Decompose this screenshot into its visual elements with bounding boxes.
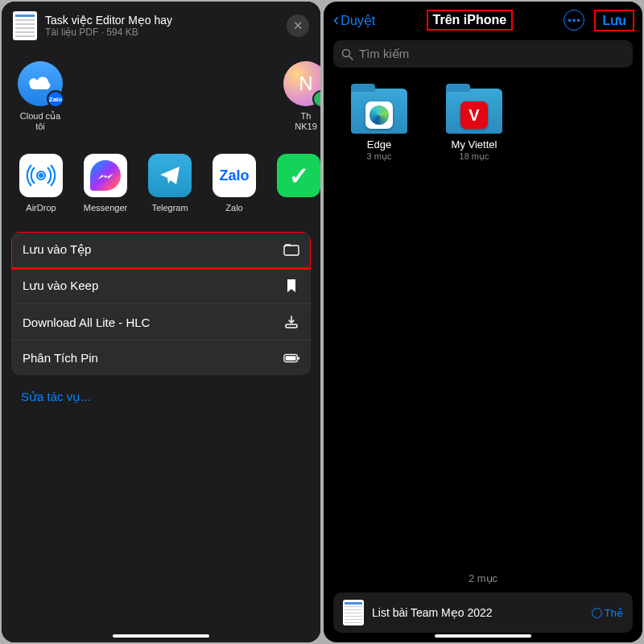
share-sheet-screen: Task việc Editor Mẹo hay Tài liệu PDF · … xyxy=(2,2,320,642)
files-title: Trên iPhone xyxy=(428,11,512,29)
share-targets-row[interactable]: Zalo Cloud của tôi N ThNK19 xyxy=(2,47,320,134)
folder-count: 3 mục xyxy=(367,151,392,162)
item-count: 2 mục xyxy=(324,572,642,584)
home-indicator[interactable] xyxy=(435,634,531,638)
action-label: Phân Tích Pin xyxy=(23,351,98,365)
back-label: Duyệt xyxy=(341,13,375,28)
action-save-to-files[interactable]: Lưu vào Tệp xyxy=(11,232,311,268)
app-label: AirDrop xyxy=(26,203,56,213)
share-target-label: Cloud của tôi xyxy=(16,111,64,131)
telegram-icon xyxy=(148,154,192,197)
share-body: Zalo Cloud của tôi N ThNK19 AirDrop xyxy=(2,47,320,642)
edit-actions-button[interactable]: Sửa tác vụ... xyxy=(2,375,320,419)
folder-icon xyxy=(351,89,407,134)
action-battery-analysis[interactable]: Phân Tích Pin xyxy=(11,341,311,375)
svg-rect-6 xyxy=(298,357,299,360)
tag-circle-icon xyxy=(592,608,602,618)
svg-line-8 xyxy=(349,56,353,60)
share-target-contact[interactable]: N ThNK19 xyxy=(282,61,320,131)
messenger-icon xyxy=(84,154,127,197)
search-placeholder: Tìm kiếm xyxy=(359,47,409,61)
files-header: ‹ Duyệt Trên iPhone ••• Lưu xyxy=(324,2,642,35)
folder-grid: Edge 3 mục V My Viettel 18 mục xyxy=(324,74,642,176)
tag-label: Thẻ xyxy=(605,607,623,619)
folder-viettel[interactable]: V My Viettel 18 mục xyxy=(438,89,510,162)
battery-icon xyxy=(283,353,299,363)
chevron-left-icon: ‹ xyxy=(333,11,339,29)
more-options-button[interactable]: ••• xyxy=(564,10,584,31)
ellipsis-icon: ••• xyxy=(568,14,581,27)
folder-name: Edge xyxy=(367,138,391,151)
folder-icon: V xyxy=(446,89,502,134)
messenger-badge-icon xyxy=(312,90,320,108)
folder-edge[interactable]: Edge 3 mục xyxy=(343,89,415,162)
svg-rect-5 xyxy=(286,356,296,360)
svg-rect-2 xyxy=(284,246,299,255)
action-label: Lưu vào Keep xyxy=(23,279,98,293)
app-label: Zalo xyxy=(225,203,242,213)
folder-icon xyxy=(283,243,299,256)
document-subtitle: Tài liệu PDF · 594 KB xyxy=(45,27,279,38)
share-header: Task việc Editor Mẹo hay Tài liệu PDF · … xyxy=(2,2,320,47)
bookmark-icon xyxy=(283,279,299,293)
zalo-badge-icon: Zalo xyxy=(47,90,64,108)
airdrop-icon xyxy=(19,154,63,197)
svg-point-7 xyxy=(343,49,350,56)
app-label: Messenger xyxy=(84,203,127,213)
document-thumbnail xyxy=(13,11,37,40)
zalo-icon: Zalo xyxy=(213,154,256,197)
home-indicator[interactable] xyxy=(113,634,209,638)
file-name: List bài Team Mẹo 2022 xyxy=(372,606,584,619)
contact-avatar: N xyxy=(283,61,320,106)
search-icon xyxy=(341,48,353,60)
app-messenger[interactable]: Messenger xyxy=(80,154,130,213)
save-button-highlight: Lưu xyxy=(596,11,633,30)
edge-app-icon xyxy=(365,101,393,129)
app-telegram[interactable]: Telegram xyxy=(145,154,195,213)
action-label: Lưu vào Tệp xyxy=(23,242,91,257)
svg-point-1 xyxy=(39,173,43,178)
app-label: Telegram xyxy=(151,203,188,213)
folder-count: 18 mục xyxy=(460,151,489,162)
share-apps-row[interactable]: AirDrop Messenger Telegram Zalo Zalo ✓ xyxy=(2,134,320,216)
close-button[interactable]: ✕ xyxy=(287,14,309,37)
document-title: Task việc Editor Mẹo hay xyxy=(45,14,279,27)
files-screen: ‹ Duyệt Trên iPhone ••• Lưu Tìm kiếm xyxy=(324,2,642,642)
file-thumbnail xyxy=(343,600,364,625)
download-icon xyxy=(283,315,299,329)
share-target-cloud[interactable]: Zalo Cloud của tôi xyxy=(16,61,64,131)
tag-button[interactable]: Thẻ xyxy=(592,607,623,619)
share-target-label: ThNK19 xyxy=(295,111,317,131)
files-title-wrapper: Trên iPhone xyxy=(380,10,559,30)
app-airdrop[interactable]: AirDrop xyxy=(16,154,66,213)
document-info: Task việc Editor Mẹo hay Tài liệu PDF · … xyxy=(45,14,279,38)
svg-rect-3 xyxy=(286,324,297,328)
green-app-icon: ✓ xyxy=(277,154,320,197)
viettel-app-icon: V xyxy=(460,101,488,129)
cloud-icon: Zalo xyxy=(18,61,63,106)
selected-file-row[interactable]: List bài Team Mẹo 2022 Thẻ xyxy=(333,592,633,633)
action-list: Lưu vào Tệp Lưu vào Keep Download All Li… xyxy=(11,232,311,375)
app-partial[interactable]: ✓ xyxy=(274,154,320,213)
folder-name: My Viettel xyxy=(452,138,497,151)
action-save-to-keep[interactable]: Lưu vào Keep xyxy=(11,268,311,304)
app-zalo[interactable]: Zalo Zalo xyxy=(209,154,259,213)
action-download-all[interactable]: Download All Lite - HLC xyxy=(11,304,311,341)
save-button[interactable]: Lưu xyxy=(599,12,630,29)
close-icon: ✕ xyxy=(293,19,303,33)
action-label: Download All Lite - HLC xyxy=(23,316,150,329)
search-input[interactable]: Tìm kiếm xyxy=(333,40,633,68)
back-button[interactable]: ‹ Duyệt xyxy=(333,11,375,29)
